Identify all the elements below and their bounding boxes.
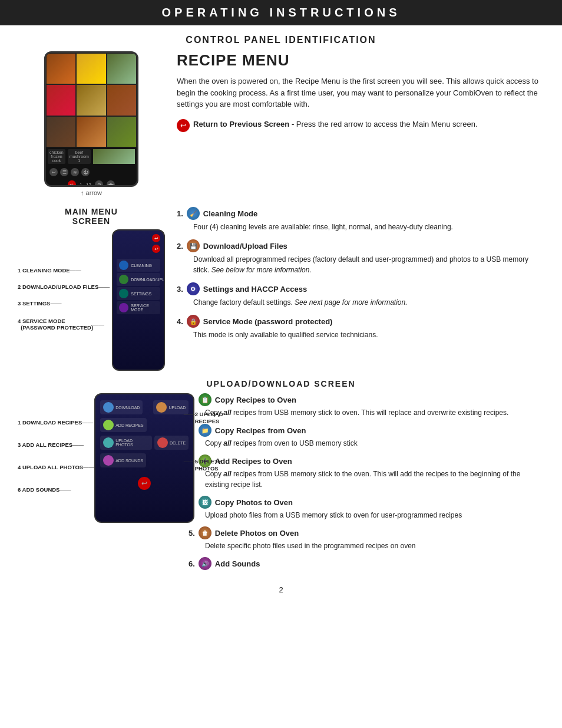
main-menu-item-1[interactable]: CLEANING xyxy=(117,259,160,272)
sub-item-2-desc: Copy all recipes from oven to USB memory… xyxy=(189,438,544,449)
item-1-desc: Four (4) cleaning levels are available: … xyxy=(177,222,544,232)
phone-wave-icon[interactable]: ≋ xyxy=(71,168,79,176)
main-menu-item-2[interactable]: DOWNLOAD/UPLOAD xyxy=(117,273,160,286)
upload-download-diagram: 1 DOWNLOAD RECIPES 3 ADD ALL RECIPES 4 U… xyxy=(18,393,165,523)
main-menu-item-3[interactable]: SETTINGS xyxy=(117,287,160,300)
upload-section-title: UPLOAD/DOWNLOAD SCREEN xyxy=(18,379,544,388)
upload-left-labels: 1 DOWNLOAD RECIPES 3 ADD ALL RECIPES 4 U… xyxy=(18,393,94,500)
item-1-number: 1. xyxy=(177,209,183,218)
main-menu-label-3: 3 SETTINGS xyxy=(18,295,110,311)
phone-nav-icon[interactable]: ◀▶ xyxy=(107,180,115,187)
item-2-title: Download/Upload Files xyxy=(203,242,287,251)
main-menu-item-4[interactable]: SERVICE MODE xyxy=(117,301,160,314)
page-header: OPERATING INSTRUCTIONS xyxy=(0,0,562,25)
upload-btn-upload-photos[interactable]: UPLOAD PHOTOS xyxy=(100,436,152,450)
return-note: ↩ Return to Previous Screen - Press the … xyxy=(177,118,544,132)
sub-item-3-title: Add Recipes to Oven xyxy=(215,457,292,466)
sub-item-5: 5. 🗑 Delete Photos on Oven Delete specif… xyxy=(177,526,544,551)
phone-back2-icon[interactable]: ↩ xyxy=(68,180,76,187)
sub-item-5-desc: Delete specific photo files used in the … xyxy=(189,541,544,551)
page-number: 2 xyxy=(18,585,544,594)
item-3-number: 3. xyxy=(177,285,183,294)
sub-item-5-title: Delete Photos on Oven xyxy=(215,529,299,538)
upload-phone: DOWNLOAD UPLOAD xyxy=(94,393,194,523)
main-menu-section: MAIN MENUSCREEN 1 CLEANING MODE 2 DOWNLO… xyxy=(18,207,165,371)
recipe-menu-section: RECIPE MENU When the oven is powered on,… xyxy=(177,51,544,196)
main-menu-screen-title: MAIN MENUSCREEN xyxy=(18,207,165,226)
sub-item-1-desc: Copy all recipes from USB memory stick t… xyxy=(189,407,544,418)
numbered-item-4: 4. 🔒 Service Mode (password protected) T… xyxy=(177,315,544,340)
return-note-label: Return to Previous Screen - xyxy=(193,120,294,129)
upload-right-label-5: 5 DELETEPHOTOS xyxy=(184,458,223,493)
settings-icon: ⚙ xyxy=(187,282,200,295)
return-note-text: Press the red arrow to access the Main M… xyxy=(294,120,477,129)
upload-btn-download[interactable]: DOWNLOAD xyxy=(100,400,143,414)
item-1-title: Cleaning Mode xyxy=(203,209,257,218)
upload-btn-add-sounds[interactable]: ADD SOUNDS xyxy=(100,453,146,467)
item-2-desc: Download all preprogrammed recipes (fact… xyxy=(177,254,544,275)
header-title: OPERATING INSTRUCTIONS xyxy=(162,6,401,19)
phone-gear-icon[interactable]: ⚙ xyxy=(95,180,103,187)
upload-right-label-2: 2 UPLOADRECIPES xyxy=(184,411,223,446)
phone-back-icon[interactable]: ↩ xyxy=(49,168,58,176)
item-3-title: Settings and HACCP Access xyxy=(203,285,307,294)
main-menu-labels: 1 CLEANING MODE 2 DOWNLOAD/UPLOAD FILES … xyxy=(18,229,110,337)
item-4-number: 4. xyxy=(177,317,183,326)
sub-item-4: 4. 🖼 Copy Photos to Oven Upload photo fi… xyxy=(177,496,544,521)
phone-label-chicken: chickenfrozencook xyxy=(48,149,65,164)
sub-item-6-title: Add Sounds xyxy=(215,559,260,568)
sub-item-3: 3. ➕ Add Recipes to Oven Copy all recipe… xyxy=(177,454,544,490)
copy-photos-icon: 🖼 xyxy=(199,496,211,509)
item-3-desc: Change factory default settings. See nex… xyxy=(177,297,544,308)
numbered-item-1: 1. 🧹 Cleaning Mode Four (4) cleaning lev… xyxy=(177,207,544,232)
upload-label-4: 4 UPLOAD ALL PHOTOS xyxy=(18,456,94,478)
numbered-items-list: 1. 🧹 Cleaning Mode Four (4) cleaning lev… xyxy=(177,207,544,347)
upload-back-icon[interactable]: ↩ xyxy=(138,477,151,490)
recipe-menu-title: RECIPE MENU xyxy=(177,51,544,70)
section-title: CONTROL PANEL IDENTIFICATION xyxy=(18,35,544,45)
numbered-item-3: 3. ⚙ Settings and HACCP Access Change fa… xyxy=(177,282,544,308)
sub-items-list: 1. 📋 Copy Recipes to Oven Copy all recip… xyxy=(177,393,544,577)
item-4-desc: This mode is only available to qualified… xyxy=(177,330,544,340)
download-icon: 💾 xyxy=(187,239,200,252)
item-2-number: 2. xyxy=(177,242,183,251)
sub-item-2-title: Copy Recipes from Oven xyxy=(215,426,306,435)
sub-item-2: 2. 📁 Copy Recipes from Oven Copy all rec… xyxy=(177,424,544,449)
service-icon: 🔒 xyxy=(187,315,200,328)
item-4-title: Service Mode (password protected) xyxy=(203,317,333,326)
add-sounds-icon: 🔊 xyxy=(199,557,211,570)
upload-label-1: 1 DOWNLOAD RECIPES xyxy=(18,411,94,433)
return-arrow-icon: ↩ xyxy=(177,119,190,132)
numbered-item-2: 2. 💾 Download/Upload Files Download all … xyxy=(177,239,544,275)
sub-item-1: 1. 📋 Copy Recipes to Oven Copy all recip… xyxy=(177,393,544,418)
copy-to-icon: 📋 xyxy=(199,393,211,406)
upload-btn-add-recipes[interactable]: ADD RECIPES xyxy=(100,418,146,432)
phone-power-icon[interactable]: ⏻ xyxy=(81,168,90,176)
sub-item-4-desc: Upload photo files from a USB memory sti… xyxy=(189,510,544,521)
sub-item-1-title: Copy Recipes to Oven xyxy=(215,396,296,404)
sub-item-5-number: 5. xyxy=(189,529,195,538)
main-menu-label-2: 2 DOWNLOAD/UPLOAD FILES xyxy=(18,278,110,295)
delete-photos-icon: 🗑 xyxy=(199,526,211,539)
phone-menu-icon[interactable]: ☰ xyxy=(60,168,68,176)
sub-item-3-desc: Copy all recipes from USB memory stick t… xyxy=(189,469,544,490)
main-menu-label-4: 4 SERVICE MODE (PASSWORD PROTECTED) xyxy=(18,311,110,337)
cleaning-icon: 🧹 xyxy=(187,207,200,220)
phone-label-beef: beefmushroom1 xyxy=(68,149,91,164)
main-menu-phone: ↩ ↩ CLEANING DOWNLOAD/UPLOAD xyxy=(112,229,165,371)
recipe-phone: chickenfrozencook beefmushroom1 ↩ ☰ ≋ ⏻ … xyxy=(44,51,138,187)
upload-label-3: 3 ADD ALL RECIPES xyxy=(18,433,94,456)
sub-item-6: 6. 🔊 Add Sounds xyxy=(177,557,544,571)
sub-item-4-title: Copy Photos to Oven xyxy=(215,498,293,507)
main-menu-label-1: 1 CLEANING MODE xyxy=(18,262,110,278)
sub-item-6-number: 6. xyxy=(189,559,195,568)
recipe-menu-desc: When the oven is powered on, the Recipe … xyxy=(177,75,544,110)
upload-label-6: 6 ADD SOUNDS xyxy=(18,478,94,500)
